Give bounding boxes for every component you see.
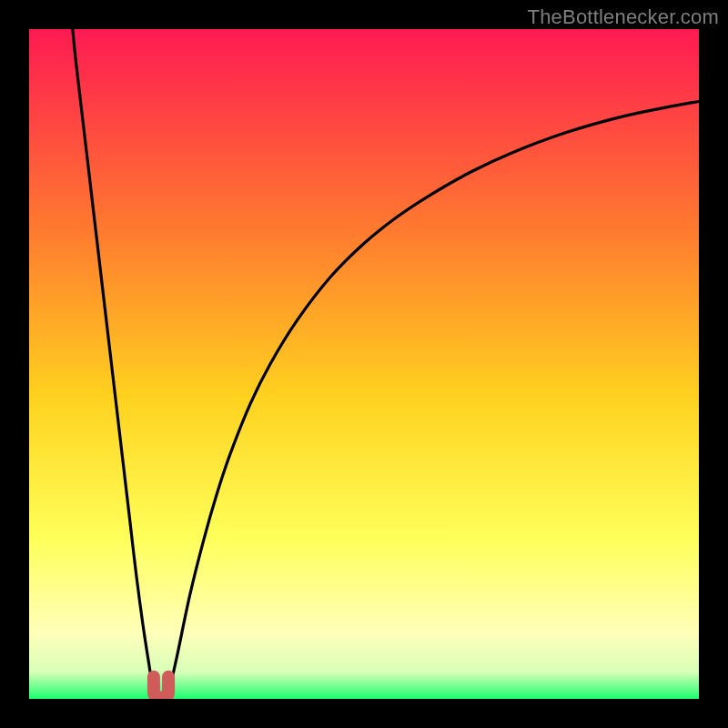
chart-frame: TheBottlenecker.com xyxy=(0,0,728,728)
gradient-background xyxy=(29,29,699,699)
credit-text: TheBottlenecker.com xyxy=(528,5,719,29)
plot-area xyxy=(29,29,699,699)
bottleneck-curve-chart xyxy=(29,29,699,699)
